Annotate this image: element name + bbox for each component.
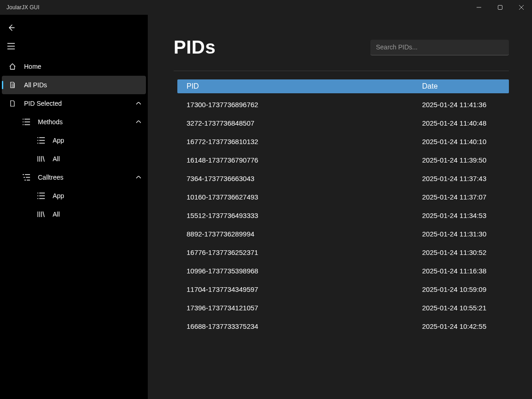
sidebar-item-label: PID Selected: [24, 100, 124, 107]
cell-date: 2025-01-24 11:34:53: [422, 212, 509, 219]
cell-date: 2025-01-24 11:41:36: [422, 101, 509, 109]
sidebar-item-label: Methods: [38, 118, 124, 126]
chevron-up-icon: [131, 102, 146, 105]
table-header: PID Date: [177, 79, 509, 93]
chevron-up-icon: [131, 176, 146, 179]
document-list-icon: [8, 81, 17, 89]
sidebar-item-label: Calltrees: [38, 174, 124, 181]
cell-date: 2025-01-24 11:39:50: [422, 156, 509, 164]
divider: [174, 71, 509, 71]
window-title: JoularJX GUI: [6, 4, 39, 11]
cell-date: 2025-01-24 11:37:43: [422, 175, 509, 182]
sidebar-item-calltrees-app[interactable]: App: [2, 187, 146, 205]
svg-rect-0: [498, 6, 502, 10]
table-row[interactable]: 10996-17377353989682025-01-24 11:16:38: [177, 261, 509, 280]
cell-pid: 16688-1737733375234: [177, 322, 422, 330]
app-icon: [37, 137, 45, 144]
cell-date: 2025-01-24 11:40:48: [422, 119, 509, 127]
app-icon: [37, 193, 45, 199]
cell-date: 2025-01-24 11:31:30: [422, 230, 509, 238]
sidebar-item-label: All: [53, 211, 146, 218]
close-button[interactable]: [511, 0, 532, 15]
table-row[interactable]: 7364-17377366630432025-01-24 11:37:43: [177, 169, 509, 187]
cell-pid: 11704-1737734349597: [177, 285, 422, 293]
tree-icon: [22, 174, 30, 181]
cell-pid: 16772-1737736810132: [177, 138, 422, 145]
cell-date: 2025-01-24 11:30:52: [422, 248, 509, 256]
back-arrow-icon: [7, 24, 15, 31]
main-content: PIDs PID Date 17300-17377368967622025-01…: [148, 15, 532, 399]
cell-pid: 16776-1737736252371: [177, 248, 422, 256]
sidebar-item-all-pids[interactable]: All PIDs: [2, 76, 146, 94]
cell-date: 2025-01-24 10:55:21: [422, 304, 509, 312]
table-row[interactable]: 17396-17377341210572025-01-24 10:55:21: [177, 298, 509, 317]
table-row[interactable]: 16148-17377367907762025-01-24 11:39:50: [177, 151, 509, 169]
cell-date: 2025-01-24 10:59:09: [422, 285, 509, 293]
cell-pid: 16148-1737736790776: [177, 156, 422, 164]
sidebar-item-label: App: [53, 192, 146, 200]
sidebar-item-calltrees-all[interactable]: All: [2, 205, 146, 224]
library-icon: [37, 156, 45, 162]
cell-date: 2025-01-24 11:40:10: [422, 138, 509, 145]
close-icon: [519, 5, 524, 10]
cell-date: 2025-01-24 10:42:55: [422, 322, 509, 330]
document-icon: [8, 100, 17, 107]
table-row[interactable]: 17300-17377368967622025-01-24 11:41:36: [177, 95, 509, 114]
window-controls: [468, 0, 532, 15]
cell-pid: 10996-1737735398968: [177, 267, 422, 275]
cell-date: 2025-01-24 11:37:07: [422, 193, 509, 201]
home-icon: [8, 63, 17, 70]
sidebar-item-label: All PIDs: [24, 81, 146, 89]
list-icon: [22, 119, 30, 125]
sidebar-item-label: All: [53, 155, 146, 163]
maximize-icon: [498, 5, 502, 10]
main-header: PIDs: [174, 37, 509, 58]
table-row[interactable]: 10160-17377366274932025-01-24 11:37:07: [177, 187, 509, 206]
table-row[interactable]: 8892-17377362899942025-01-24 11:31:30: [177, 224, 509, 243]
sidebar-item-methods[interactable]: Methods: [2, 113, 146, 131]
library-icon: [37, 211, 45, 218]
sidebar-item-pid-selected[interactable]: PID Selected: [2, 94, 146, 113]
sidebar-item-calltrees[interactable]: Calltrees: [2, 168, 146, 187]
column-header-date[interactable]: Date: [422, 82, 509, 91]
page-title: PIDs: [174, 37, 216, 58]
sidebar-item-methods-all[interactable]: All: [2, 150, 146, 168]
search-input[interactable]: [370, 40, 509, 55]
minimize-icon: [477, 5, 481, 10]
table-row[interactable]: 3272-17377368485072025-01-24 11:40:48: [177, 114, 509, 132]
cell-date: 2025-01-24 11:16:38: [422, 267, 509, 275]
table-row[interactable]: 16776-17377362523712025-01-24 11:30:52: [177, 243, 509, 261]
back-button[interactable]: [2, 18, 20, 37]
chevron-up-icon: [131, 121, 146, 123]
menu-toggle-button[interactable]: [2, 37, 20, 55]
cell-pid: 7364-1737736663043: [177, 175, 422, 182]
column-header-pid[interactable]: PID: [177, 82, 422, 91]
cell-pid: 3272-1737736848507: [177, 119, 422, 127]
sidebar: Home All PIDs PID Selected: [0, 15, 148, 399]
cell-pid: 15512-1737736493333: [177, 212, 422, 219]
titlebar: JoularJX GUI: [0, 0, 532, 15]
sidebar-item-methods-app[interactable]: App: [2, 131, 146, 150]
pids-table: PID Date 17300-17377368967622025-01-24 1…: [174, 79, 509, 335]
sidebar-item-label: App: [53, 137, 146, 144]
table-row[interactable]: 15512-17377364933332025-01-24 11:34:53: [177, 206, 509, 224]
cell-pid: 17396-1737734121057: [177, 304, 422, 312]
table-body: 17300-17377368967622025-01-24 11:41:3632…: [177, 95, 509, 335]
minimize-button[interactable]: [468, 0, 490, 15]
cell-pid: 17300-1737736896762: [177, 101, 422, 109]
hamburger-icon: [7, 43, 15, 49]
cell-pid: 8892-1737736289994: [177, 230, 422, 238]
table-row[interactable]: 16688-17377333752342025-01-24 10:42:55: [177, 317, 509, 335]
maximize-button[interactable]: [490, 0, 511, 15]
cell-pid: 10160-1737736627493: [177, 193, 422, 201]
table-row[interactable]: 11704-17377343495972025-01-24 10:59:09: [177, 280, 509, 298]
table-row[interactable]: 16772-17377368101322025-01-24 11:40:10: [177, 132, 509, 151]
nav: Home All PIDs PID Selected: [0, 57, 148, 224]
sidebar-item-label: Home: [24, 63, 146, 70]
sidebar-item-home[interactable]: Home: [2, 57, 146, 76]
